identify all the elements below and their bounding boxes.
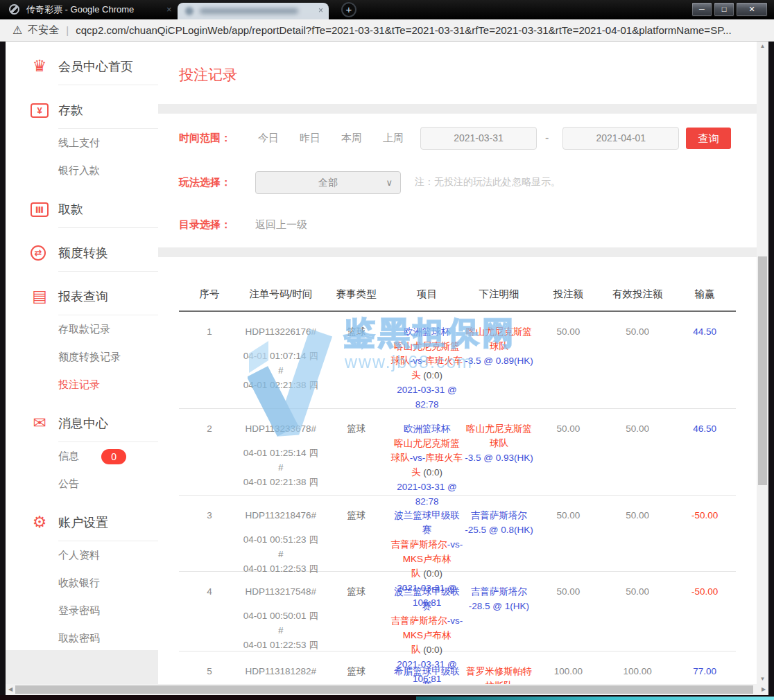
- tab-close-icon[interactable]: ×: [318, 6, 323, 15]
- column-header: 注单号码/时间: [240, 288, 322, 301]
- sidebar-item[interactable]: 登录密码: [6, 597, 158, 624]
- play-select-dropdown[interactable]: 全部 ∨: [255, 171, 401, 194]
- column-header: 投注额: [535, 288, 601, 301]
- vertical-scrollbar-thumb[interactable]: [758, 256, 767, 485]
- cell-event: 波兰篮球甲级联赛 吉普萨斯塔尔-vs-MKS卢布林队 (0:0) 2021-03…: [391, 508, 463, 571]
- url-separator: |: [66, 24, 69, 36]
- cell-sport: 篮球: [322, 664, 391, 684]
- cell-order-time: HDP113226176# 04-01 01:07:14 四 # 04-01 0…: [240, 324, 322, 408]
- window-frame-right: [768, 19, 774, 700]
- play-select-note: 注：无投注的玩法此处忽略显示。: [415, 176, 560, 189]
- maximize-button[interactable]: □: [714, 2, 734, 17]
- cell-win-loss: 46.50: [673, 421, 736, 495]
- filter-panel: 时间范围： 今日昨日本周上周 2021-03-31 - 2021-04-01 查…: [158, 114, 757, 247]
- deposit-icon: ¥: [31, 103, 49, 118]
- vertical-scrollbar[interactable]: ▲ ▼: [757, 42, 768, 684]
- sidebar-section[interactable]: ⇄ 额度转换: [6, 228, 158, 272]
- sidebar-item[interactable]: 额度转换记录: [6, 343, 158, 371]
- sidebar-item[interactable]: 存取款记录: [6, 315, 158, 343]
- column-header: 序号: [179, 288, 240, 301]
- sidebar-item[interactable]: 投注记录: [6, 371, 158, 399]
- horizontal-scrollbar[interactable]: ◀ ▶: [6, 684, 768, 695]
- sidebar-section[interactable]: ▤ 报表查询: [6, 272, 158, 315]
- cell-win-loss: 77.00: [673, 664, 736, 684]
- sidebar-section[interactable]: ♛ 会员中心首页: [6, 42, 158, 85]
- url-text[interactable]: cqcp2.com/chuanQiCPLoginWeb/app/reportDe…: [76, 24, 731, 36]
- url-bar[interactable]: ⚠ 不安全 | cqcp2.com/chuanQiCPLoginWeb/app/…: [0, 19, 774, 42]
- sidebar-section[interactable]: ⚙ 账户设置: [6, 498, 158, 541]
- sidebar-item[interactable]: 个人资料: [6, 541, 158, 569]
- cell-sport: 篮球: [322, 584, 391, 651]
- report-icon: ▤: [29, 287, 50, 305]
- cell-event: 欧洲篮球杯 喀山尤尼克斯篮球队-vs-库班火车头 (0:0) 2021-03-3…: [391, 324, 463, 408]
- date-to-input[interactable]: 2021-04-01: [562, 127, 679, 150]
- cell-event: 欧洲篮球杯 喀山尤尼克斯篮球队-vs-库班火车头 (0:0) 2021-03-3…: [391, 421, 463, 495]
- page-title: 投注记录: [158, 42, 757, 85]
- sidebar-section-label: 额度转换: [58, 246, 108, 260]
- sidebar-section-label: 会员中心首页: [58, 60, 133, 73]
- date-range-separator: -: [545, 132, 549, 144]
- page-content: ♛ 会员中心首页 ¥ 存款 线上支付 银行入款 Ⅲ 取款 ⇄ 额度转换 ▤ 报表…: [6, 42, 768, 684]
- date-from-input[interactable]: 2021-03-31: [420, 127, 537, 150]
- cell-order-time: HDP113218476# 04-01 00:51:23 四 # 04-01 0…: [240, 508, 322, 571]
- sidebar: ♛ 会员中心首页 ¥ 存款 线上支付 银行入款 Ⅲ 取款 ⇄ 额度转换 ▤ 报表…: [6, 42, 158, 684]
- quick-range-links: 今日昨日本周上周: [248, 132, 415, 145]
- sidebar-item[interactable]: 公告: [6, 470, 158, 498]
- sidebar-item[interactable]: 银行入款: [6, 157, 158, 184]
- background-tab-favicon-icon: [185, 7, 194, 15]
- minimize-button[interactable]: ─: [691, 2, 712, 17]
- site-favicon-icon: [9, 4, 19, 15]
- crown-icon: ♛: [29, 57, 50, 75]
- quick-range-link[interactable]: 上周: [383, 132, 404, 143]
- warning-icon[interactable]: ⚠: [12, 24, 22, 37]
- cell-order-time: HDP113181282# 03-31 23:34:41 三: [240, 664, 322, 684]
- cell-win-loss: 44.50: [673, 324, 736, 408]
- quick-range-link[interactable]: 本周: [341, 132, 362, 143]
- column-header: 输赢: [673, 288, 736, 301]
- quick-range-link[interactable]: 昨日: [300, 132, 320, 143]
- security-label[interactable]: 不安全: [28, 24, 59, 37]
- cell-sport: 篮球: [322, 508, 391, 571]
- sidebar-item-label: 个人资料: [58, 549, 100, 561]
- cell-index: 3: [179, 508, 240, 571]
- sidebar-section[interactable]: ¥ 存款: [6, 85, 158, 129]
- background-tab[interactable]: ×: [178, 3, 329, 19]
- sidebar-section[interactable]: Ⅲ 取款: [6, 184, 158, 228]
- sidebar-section[interactable]: ✉ 消息中心: [6, 399, 158, 442]
- sidebar-item[interactable]: 线上支付: [6, 129, 158, 157]
- table-body: 1 HDP113226176# 04-01 01:07:14 四 # 04-01…: [179, 312, 736, 684]
- cell-index: 1: [179, 324, 240, 408]
- sidebar-item[interactable]: 收款银行: [6, 569, 158, 597]
- transfer-icon: ⇄: [31, 245, 46, 261]
- column-header: 赛事类型: [322, 288, 391, 301]
- cell-bet-amount: 100.00: [535, 664, 601, 684]
- sidebar-item-label: 取款密码: [58, 632, 100, 644]
- cell-bet-detail: 喀山尤尼克斯篮球队 -3.5 @ 0.89(HK): [463, 324, 535, 408]
- table-row: 4 HDP113217548# 04-01 00:50:01 四 # 04-01…: [179, 572, 736, 651]
- sidebar-divider: [58, 441, 158, 442]
- sidebar-section-label: 账户设置: [58, 516, 108, 530]
- scroll-down-icon[interactable]: ▼: [757, 674, 768, 684]
- scroll-left-icon[interactable]: ◀: [6, 684, 15, 695]
- play-select-label: 玩法选择：: [179, 176, 248, 189]
- scroll-right-icon[interactable]: ▶: [759, 684, 768, 695]
- table-row: 1 HDP113226176# 04-01 01:07:14 四 # 04-01…: [179, 312, 736, 409]
- query-button[interactable]: 查询: [686, 128, 731, 149]
- background-close-icon[interactable]: ×: [166, 4, 172, 15]
- sidebar-item-label: 线上支付: [58, 137, 100, 148]
- sidebar-item-label: 银行入款: [58, 164, 100, 176]
- sidebar-menu: ♛ 会员中心首页 ¥ 存款 线上支付 银行入款 Ⅲ 取款 ⇄ 额度转换 ▤ 报表…: [6, 42, 158, 650]
- unread-badge: 0: [101, 449, 126, 464]
- scroll-up-icon[interactable]: ▲: [757, 42, 768, 51]
- sidebar-item[interactable]: 信息 0: [6, 442, 158, 470]
- sidebar-item-label: 公告: [58, 478, 79, 489]
- horizontal-scrollbar-thumb[interactable]: [15, 685, 753, 694]
- quick-range-link[interactable]: 今日: [258, 132, 279, 143]
- sidebar-item-label: 收款银行: [58, 577, 100, 588]
- close-button[interactable]: ✕: [736, 2, 768, 17]
- sidebar-item[interactable]: 取款密码: [6, 624, 158, 650]
- cell-index: 4: [179, 584, 240, 651]
- back-up-link[interactable]: 返回上一级: [255, 218, 307, 231]
- cell-valid-amount: 50.00: [601, 508, 673, 571]
- new-tab-button[interactable]: +: [341, 2, 356, 17]
